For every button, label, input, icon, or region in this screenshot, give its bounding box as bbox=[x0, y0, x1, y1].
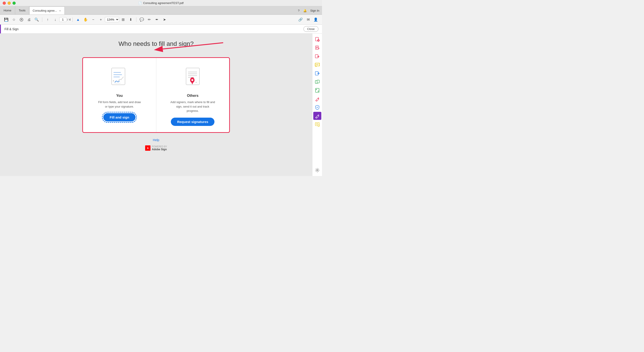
adobe-powered-text: POWERED BY Adobe Sign bbox=[152, 145, 167, 151]
svg-point-41 bbox=[317, 170, 318, 171]
sidebar-fill-sign-active[interactable] bbox=[313, 112, 321, 120]
next-page-button[interactable]: ↓ bbox=[52, 16, 59, 23]
print-button[interactable]: 🖨 bbox=[26, 16, 33, 23]
comment-button[interactable]: 💬 bbox=[138, 16, 145, 23]
you-title: You bbox=[116, 94, 123, 98]
tab-close-button[interactable]: × bbox=[59, 9, 61, 12]
svg-rect-26 bbox=[315, 63, 319, 66]
adobe-logo: A bbox=[145, 145, 150, 151]
close-fill-sign-button[interactable]: Close bbox=[304, 26, 318, 32]
sidebar-combine[interactable] bbox=[313, 78, 321, 86]
sidebar-compress[interactable] bbox=[313, 86, 321, 94]
tab-tools[interactable]: Tools bbox=[15, 6, 29, 14]
sidebar-protect[interactable] bbox=[313, 103, 321, 111]
request-signatures-button[interactable]: Request signatures bbox=[171, 118, 214, 126]
others-icon: × bbox=[179, 65, 206, 89]
highlight-button[interactable]: ✏ bbox=[146, 16, 153, 23]
options-card: × You Fill form fields, add text and dra… bbox=[82, 57, 230, 133]
title-bar: 📄 Consulting agreementTEST.pdf bbox=[0, 0, 322, 6]
svg-line-2 bbox=[163, 43, 223, 49]
zoom-out-button[interactable]: − bbox=[90, 16, 97, 23]
zoom-select[interactable]: 124% 100% 75% 150% bbox=[105, 17, 119, 22]
others-title: Others bbox=[187, 94, 198, 98]
fit-page-button[interactable]: ⊞ bbox=[120, 16, 127, 23]
link-button[interactable]: 🔗 bbox=[297, 16, 304, 23]
you-icon: × bbox=[106, 65, 133, 89]
arrow-annotation bbox=[154, 38, 226, 54]
page-separator: / bbox=[67, 18, 68, 21]
fill-sign-bar: Fill & Sign Close bbox=[0, 24, 322, 34]
tab-document[interactable]: Consulting agree... × bbox=[29, 6, 64, 14]
total-pages: 4 bbox=[69, 18, 71, 21]
svg-rect-32 bbox=[317, 80, 319, 83]
traffic-lights bbox=[3, 2, 16, 5]
svg-text:✓: ✓ bbox=[318, 125, 319, 126]
page-input[interactable] bbox=[59, 17, 66, 22]
adobe-footer: A POWERED BY Adobe Sign bbox=[145, 145, 167, 151]
pdf-icon: 📄 bbox=[138, 2, 142, 5]
page-nav: / 4 bbox=[59, 17, 71, 22]
sidebar-organize-pages[interactable] bbox=[313, 35, 321, 44]
svg-rect-33 bbox=[316, 88, 319, 92]
tab-right-actions: ? 🔔 Sign In bbox=[298, 9, 319, 12]
maximize-window-button[interactable] bbox=[12, 2, 16, 5]
prev-page-button[interactable]: ↑ bbox=[44, 16, 51, 23]
fit-width-button[interactable]: ⬇ bbox=[127, 16, 134, 23]
fill-and-sign-button[interactable]: Fill and sign bbox=[103, 113, 136, 122]
close-window-button[interactable] bbox=[3, 2, 6, 5]
tab-bar: Home Tools Consulting agree... × ? 🔔 Sig… bbox=[0, 6, 322, 15]
sidebar-redact[interactable] bbox=[313, 95, 321, 103]
save-button[interactable]: 💾 bbox=[3, 16, 10, 23]
separator-1 bbox=[42, 18, 42, 22]
others-option-pane: × Others Add signers, mark where to fill… bbox=[156, 58, 230, 132]
zoom-in-button[interactable]: + bbox=[97, 16, 104, 23]
main-layout: Who needs to fill and sign? bbox=[0, 34, 322, 176]
who-section: Who needs to fill and sign? bbox=[56, 40, 257, 53]
svg-text:×: × bbox=[196, 81, 197, 84]
search-button[interactable]: 🔍 bbox=[33, 16, 40, 23]
notifications-button[interactable]: 🔔 bbox=[303, 9, 307, 12]
pan-tool-button[interactable]: ✋ bbox=[82, 16, 89, 23]
content-area: Who needs to fill and sign? bbox=[0, 34, 312, 176]
sidebar-edit-pdf[interactable] bbox=[313, 44, 321, 52]
tab-home[interactable]: Home bbox=[0, 6, 15, 14]
sidebar-comment[interactable] bbox=[313, 61, 321, 69]
select-tool-button[interactable]: ▲ bbox=[74, 16, 82, 23]
sidebar-send-sign[interactable] bbox=[313, 69, 321, 78]
separator-2 bbox=[72, 18, 73, 22]
you-option-pane: × You Fill form fields, add text and dra… bbox=[83, 58, 156, 132]
svg-point-15 bbox=[192, 79, 193, 81]
sidebar-certificates[interactable]: ✓ bbox=[313, 120, 321, 128]
others-desc: Add signers, mark where to fill and sign… bbox=[170, 100, 215, 113]
stamp-button[interactable]: ➤ bbox=[161, 16, 168, 23]
minimize-window-button[interactable] bbox=[8, 2, 11, 5]
draw-button[interactable]: ✒ bbox=[154, 16, 160, 23]
upload-button[interactable] bbox=[18, 16, 25, 23]
share-button[interactable]: 👤 bbox=[312, 16, 319, 23]
sign-in-button[interactable]: Sign In bbox=[310, 9, 319, 12]
help-link[interactable]: Help bbox=[153, 138, 160, 142]
toolbar: 💾 ☆ 🖨 🔍 ↑ ↓ / 4 ▲ ✋ − + 124% 100% 75% 15… bbox=[0, 15, 322, 24]
sidebar-settings[interactable] bbox=[313, 166, 321, 174]
help-button[interactable]: ? bbox=[298, 9, 300, 12]
svg-text:×: × bbox=[113, 80, 114, 82]
you-desc: Fill form fields, add text and draw or t… bbox=[97, 100, 142, 109]
separator-3 bbox=[136, 18, 136, 22]
email-button[interactable]: ✉ bbox=[304, 16, 312, 23]
svg-rect-24 bbox=[315, 54, 318, 58]
fill-sign-label: Fill & Sign bbox=[4, 27, 18, 31]
bookmark-button[interactable]: ☆ bbox=[10, 16, 18, 23]
right-sidebar: ✓ bbox=[312, 34, 322, 176]
window-title: 📄 Consulting agreementTEST.pdf bbox=[138, 1, 184, 5]
sidebar-export-pdf[interactable] bbox=[313, 52, 321, 60]
